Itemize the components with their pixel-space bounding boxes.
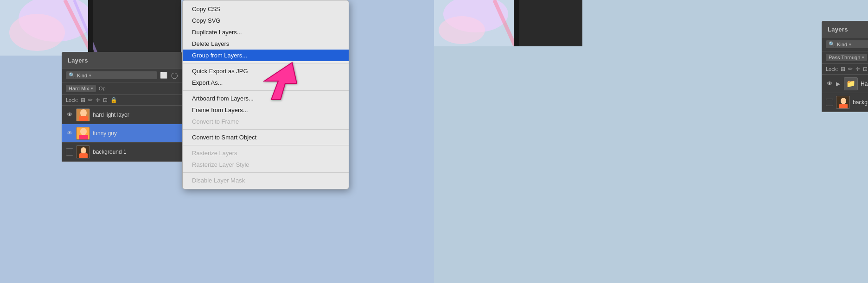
right-panel: Layers 🔍 Kind ▾ ⬜ ◯ T Pass Through ▾ Opa… [434, 0, 868, 283]
cursor-arrow-right [865, 144, 868, 187]
layers-search-row-left: 🔍 Kind ▾ ⬜ ◯ [62, 69, 182, 82]
thumb-background-left [76, 145, 90, 158]
layer-name-background-right: background 1 [853, 99, 868, 106]
lock-move-icon[interactable]: ✛ [96, 97, 100, 103]
search-icon-right: 🔍 [829, 41, 835, 47]
menu-convert-smart-object-left[interactable]: Convert to Smart Object [183, 132, 349, 143]
thumb-funny-guy [76, 127, 90, 140]
menu-rasterize-layers-left: Rasterize Layers [183, 147, 349, 159]
pixel-icon-left[interactable]: ⬜ [160, 72, 167, 79]
layer-row-background-right[interactable]: background 1 [822, 93, 868, 112]
menu-copy-svg-left[interactable]: Copy SVG [183, 15, 349, 26]
svg-rect-6 [88, 0, 93, 56]
search-kind-label-left: Kind [77, 73, 87, 78]
menu-delete-layers-left[interactable]: Delete Layers [183, 38, 349, 50]
svg-rect-25 [839, 104, 848, 109]
lock-label-left: Lock: [66, 97, 78, 103]
menu-copy-css-left[interactable]: Copy CSS [183, 3, 349, 15]
thumb-hard-light [76, 108, 90, 121]
circle-icon-left[interactable]: ◯ [171, 72, 178, 79]
lock-icons-left: ⊞ ✏ ✛ ⊡ 🔒 [81, 97, 117, 103]
blend-mode-row-left: Hard Mix ▾ Op [62, 82, 182, 95]
lock-padlock-icon[interactable]: 🔒 [110, 97, 117, 103]
lock-row-right: Lock: ⊞ ✏ ✛ ⊡ 🔒 F [822, 64, 868, 75]
svg-point-8 [80, 109, 87, 117]
layers-panel-left: Layers 🔍 Kind ▾ ⬜ ◯ Hard Mix ▾ Op Lock: … [62, 52, 182, 162]
layer-row-background-left[interactable]: background 1 [62, 143, 182, 161]
svg-rect-15 [79, 153, 88, 158]
separator-3-left [183, 129, 349, 130]
layers-panel-header-left: Layers [62, 52, 182, 69]
svg-marker-16 [264, 63, 297, 100]
layer-row-funny-guy[interactable]: 👁 funny guy [62, 124, 182, 143]
canvas-area-right [434, 0, 582, 46]
lock-brush-icon[interactable]: ✏ [88, 97, 93, 103]
svg-rect-22 [514, 0, 519, 46]
lock-grid-icon-right[interactable]: ⊞ [841, 66, 845, 72]
search-kind-box-right[interactable]: 🔍 Kind ▾ [826, 40, 868, 48]
menu-frame-from-layers-left[interactable]: Frame from Layers... [183, 104, 349, 116]
lock-grid-icon[interactable]: ⊞ [81, 97, 85, 103]
lock-move-icon-right[interactable]: ✛ [855, 66, 860, 72]
blend-mode-select-right[interactable]: Pass Through ▾ [826, 54, 867, 61]
separator-4-left [183, 145, 349, 145]
lock-label-right: Lock: [826, 66, 838, 72]
group-chevron-icon[interactable]: ▶ [836, 81, 840, 87]
lock-icons-right: ⊞ ✏ ✛ ⊡ 🔒 [841, 66, 868, 72]
checkbox-background-right[interactable] [826, 99, 833, 106]
checkbox-background-left[interactable] [66, 148, 73, 156]
layers-panel-right: Layers 🔍 Kind ▾ ⬜ ◯ T Pass Through ▾ Opa… [822, 21, 868, 112]
svg-rect-1 [93, 0, 181, 56]
menu-group-from-layers-left[interactable]: Group from Layers... [183, 50, 349, 61]
search-icon-left: 🔍 [69, 72, 75, 78]
layers-panel-title-right: Layers [828, 26, 848, 33]
lock-crop-icon[interactable]: ⊡ [103, 97, 108, 103]
blend-mode-label-left: Hard Mix [69, 86, 89, 91]
menu-convert-to-frame-left: Convert to Frame [183, 116, 349, 127]
svg-rect-12 [79, 135, 88, 140]
thumb-background-right [836, 96, 850, 109]
search-kind-box-left[interactable]: 🔍 Kind ▾ [66, 71, 157, 79]
blend-mode-label-right: Pass Through [829, 55, 860, 60]
layers-panel-header-right: Layers [822, 21, 868, 38]
svg-point-14 [81, 147, 86, 154]
menu-disable-layer-mask-left: Disable Layer Mask [183, 175, 349, 186]
chevron-down-icon-right: ▾ [849, 42, 851, 47]
blend-chevron-left: ▾ [91, 86, 93, 91]
canvas-area-left [0, 0, 181, 56]
separator-5-left [183, 172, 349, 173]
lock-crop-icon-right[interactable]: ⊡ [863, 66, 868, 72]
svg-point-20 [439, 16, 485, 44]
layer-name-funny-guy: funny guy [93, 130, 178, 137]
layer-row-hard-light[interactable]: 👁 hard light layer [62, 106, 182, 124]
lock-brush-icon-right[interactable]: ✏ [848, 66, 853, 72]
eye-icon-group[interactable]: 👁 [826, 80, 833, 87]
layer-name-hard-light: hard light layer [93, 112, 178, 118]
cursor-arrow-left [260, 60, 297, 104]
layer-name-group: Hard Layer Group [861, 81, 868, 87]
layer-name-background-left: background 1 [93, 149, 178, 155]
menu-rasterize-layer-style-left: Rasterize Layer Style [183, 159, 349, 170]
left-panel: Layers 🔍 Kind ▾ ⬜ ◯ Hard Mix ▾ Op Lock: … [0, 0, 434, 283]
eye-icon-funny-guy[interactable]: 👁 [66, 130, 73, 137]
eye-icon-hard-light[interactable]: 👁 [66, 111, 73, 118]
menu-duplicate-layers-left[interactable]: Duplicate Layers... [183, 26, 349, 38]
svg-point-11 [80, 128, 87, 135]
svg-rect-18 [517, 0, 582, 46]
svg-point-3 [9, 14, 65, 51]
search-kind-label-right: Kind [837, 42, 847, 47]
layers-search-row-right: 🔍 Kind ▾ ⬜ ◯ T [822, 38, 868, 51]
blend-mode-select-left[interactable]: Hard Mix ▾ [66, 85, 96, 92]
thumb-group: 📁 [844, 77, 858, 90]
lock-row-left: Lock: ⊞ ✏ ✛ ⊡ 🔒 [62, 95, 182, 106]
layer-row-hard-layer-group[interactable]: 👁 ▶ 📁 Hard Layer Group [822, 75, 868, 93]
blend-chevron-right: ▾ [862, 55, 864, 60]
svg-point-24 [841, 98, 846, 104]
blend-mode-row-right: Pass Through ▾ Opacit [822, 51, 868, 64]
chevron-down-icon-left: ▾ [89, 73, 91, 78]
layer-icons-row-left: ⬜ ◯ [160, 72, 178, 79]
svg-rect-9 [79, 116, 88, 121]
opacity-label-left: Op [99, 86, 106, 91]
layers-panel-title-left: Layers [68, 57, 88, 64]
